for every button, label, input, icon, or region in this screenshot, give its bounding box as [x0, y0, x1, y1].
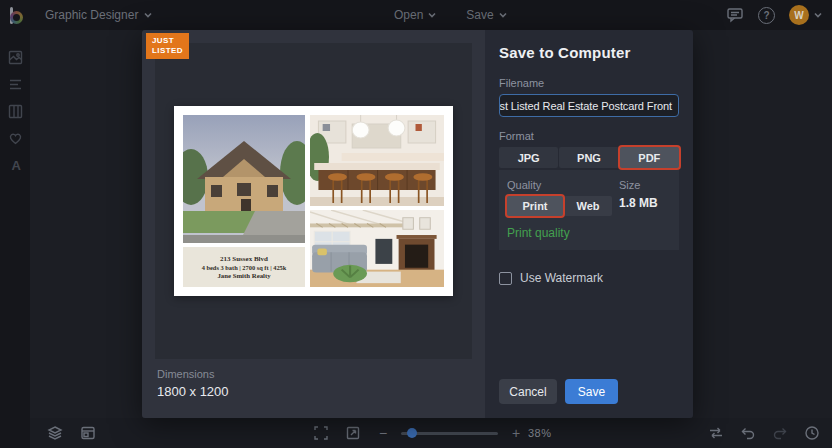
actual-size-icon[interactable] [345, 425, 361, 441]
chevron-down-icon [144, 11, 152, 19]
dimensions-value: 1800 x 1200 [157, 384, 472, 399]
just-listed-badge: JUST LISTED [146, 33, 189, 59]
dimensions-readout: Dimensions 1800 x 1200 [155, 368, 472, 399]
filename-label: Filename [499, 77, 679, 89]
format-label: Format [499, 130, 679, 142]
format-jpg-button[interactable]: JPG [499, 147, 558, 168]
size-label: Size [619, 179, 671, 191]
chevron-down-icon [499, 11, 507, 19]
top-bar: Graphic Designer Open Save ? W [0, 0, 832, 30]
preview-canvas: JUST LISTED 213 Sussex Blvd 4 beds 3 bat… [155, 43, 472, 359]
postcard-artwork: JUST LISTED 213 Sussex Blvd 4 beds 3 bat… [174, 106, 453, 296]
dialog-title: Save to Computer [499, 44, 679, 61]
cancel-button[interactable]: Cancel [499, 379, 557, 404]
app-mode-menu[interactable]: Graphic Designer [45, 8, 152, 22]
app-mode-label: Graphic Designer [45, 8, 138, 22]
feedback-icon[interactable] [726, 6, 744, 24]
filename-input[interactable]: Just Listed Real Estate Postcard Front [499, 94, 679, 117]
dimensions-label: Dimensions [157, 368, 472, 380]
zoom-slider[interactable] [401, 432, 498, 435]
watermark-option[interactable]: Use Watermark [499, 271, 679, 285]
canvas-manager-icon[interactable] [80, 425, 96, 441]
save-form: Save to Computer Filename Just Listed Re… [485, 30, 693, 418]
svg-text:A: A [11, 158, 21, 173]
size-value: 1.8 MB [619, 196, 671, 210]
layers-icon[interactable] [47, 425, 63, 441]
status-bar: − + 38% [30, 418, 832, 448]
living-room-photo [310, 210, 444, 287]
compare-icon[interactable] [708, 425, 724, 441]
zoom-out-button[interactable]: − [377, 425, 389, 441]
quality-web-button[interactable]: Web [564, 196, 612, 216]
befunky-logo-icon[interactable] [10, 7, 25, 24]
layout-icon[interactable] [8, 104, 23, 119]
chevron-down-icon [428, 11, 436, 19]
quality-label: Quality [507, 179, 619, 191]
watermark-label: Use Watermark [520, 271, 603, 285]
save-to-computer-dialog: JUST LISTED 213 Sussex Blvd 4 beds 3 bat… [142, 30, 693, 418]
favorites-icon[interactable] [8, 131, 23, 146]
save-button[interactable]: Save [565, 379, 618, 404]
history-icon[interactable] [804, 425, 820, 441]
help-icon[interactable]: ? [758, 7, 775, 24]
templates-icon[interactable] [8, 50, 23, 65]
format-pdf-button[interactable]: PDF [620, 147, 679, 168]
open-menu[interactable]: Open [394, 8, 436, 22]
listing-details: 4 beds 3 bath | 2700 sq ft | 425k [202, 264, 287, 271]
listing-realty: Jane Smith Realty [217, 272, 270, 279]
listing-address: 213 Sussex Blvd [220, 255, 268, 263]
text-icon[interactable]: A [8, 158, 23, 173]
print-quality-note[interactable]: Print quality [507, 226, 671, 240]
zoom-percent: 38% [528, 427, 552, 439]
quality-print-button[interactable]: Print [507, 196, 563, 216]
preview-pane: JUST LISTED 213 Sussex Blvd 4 beds 3 bat… [142, 30, 485, 418]
redo-icon[interactable] [772, 425, 788, 441]
chevron-down-icon [814, 11, 822, 19]
save-menu[interactable]: Save [466, 8, 506, 22]
kitchen-photo [310, 115, 444, 206]
account-menu[interactable]: W [789, 5, 822, 25]
zoom-slider-handle[interactable] [407, 428, 417, 438]
format-selector: JPG PNG PDF [499, 147, 679, 168]
listing-info: 213 Sussex Blvd 4 beds 3 bath | 2700 sq … [183, 247, 305, 287]
app-window: Graphic Designer Open Save ? W [0, 0, 832, 448]
zoom-in-button[interactable]: + [510, 425, 522, 441]
quality-selector: Print Web [507, 196, 619, 216]
tool-sidebar: A [0, 30, 30, 448]
avatar: W [789, 5, 809, 25]
format-png-button[interactable]: PNG [559, 147, 618, 168]
elements-icon[interactable] [8, 77, 23, 92]
undo-icon[interactable] [740, 425, 756, 441]
use-watermark-checkbox[interactable] [499, 272, 512, 285]
house-photo [183, 115, 305, 243]
quality-size-panel: Quality Print Web Size 1.8 MB Print qual… [499, 170, 679, 250]
fit-to-screen-icon[interactable] [313, 425, 329, 441]
